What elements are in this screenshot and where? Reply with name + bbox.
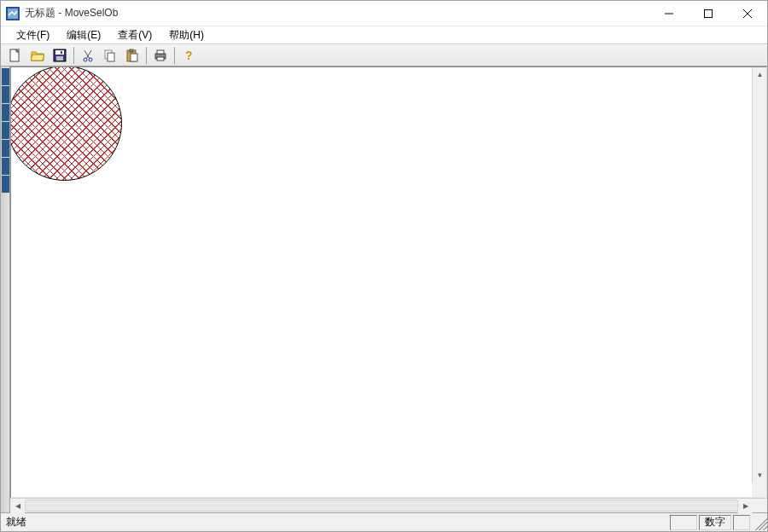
- cut-icon: [81, 49, 95, 62]
- scroll-corner: [752, 483, 766, 497]
- horizontal-scroll-track[interactable]: [25, 500, 738, 512]
- close-icon: [743, 9, 752, 18]
- menu-file[interactable]: 文件(F): [8, 26, 58, 44]
- paste-icon: [125, 49, 139, 62]
- copy-icon: [103, 49, 117, 62]
- dock-item[interactable]: [2, 68, 9, 85]
- toolbar-separator: [73, 47, 74, 64]
- dock-item[interactable]: [2, 86, 9, 103]
- svg-rect-11: [61, 51, 62, 54]
- open-button[interactable]: [27, 46, 48, 65]
- new-button[interactable]: [5, 46, 26, 65]
- svg-rect-3: [705, 9, 713, 17]
- close-button[interactable]: [728, 1, 767, 26]
- left-dock: [1, 66, 10, 512]
- window-title: 无标题 - MoveSelOb: [25, 6, 649, 20]
- title-bar: 无标题 - MoveSelOb: [1, 1, 767, 26]
- app-icon: [6, 7, 20, 20]
- dock-item[interactable]: [2, 140, 9, 157]
- menu-view[interactable]: 查看(V): [109, 26, 160, 44]
- canvas-wrap: ▲ ▼ ◀ ▶: [10, 66, 767, 512]
- canvas[interactable]: ▲ ▼: [10, 66, 767, 498]
- menu-edit[interactable]: 编辑(E): [58, 26, 109, 44]
- help-button[interactable]: ?: [178, 46, 199, 65]
- menu-bar: 文件(F) 编辑(E) 查看(V) 帮助(H): [1, 26, 767, 44]
- svg-rect-17: [108, 53, 114, 61]
- maximize-icon: [704, 9, 713, 18]
- svg-rect-23: [157, 57, 164, 61]
- status-bar: 就绪 数字: [1, 512, 767, 531]
- minimize-button[interactable]: [649, 1, 689, 26]
- dock-item[interactable]: [2, 122, 9, 139]
- dock-item[interactable]: [2, 158, 9, 175]
- dock-item[interactable]: [2, 104, 9, 121]
- copy-button[interactable]: [100, 46, 120, 65]
- toolbar: ?: [1, 44, 767, 66]
- vertical-scroll-track[interactable]: [753, 82, 766, 468]
- print-button[interactable]: [150, 46, 171, 65]
- main-area: ▲ ▼ ◀ ▶: [1, 66, 767, 512]
- dock-item[interactable]: [2, 176, 9, 193]
- scroll-down-button[interactable]: ▼: [753, 468, 767, 483]
- help-icon: ?: [182, 49, 195, 62]
- toolbar-separator: [174, 47, 175, 64]
- menu-help[interactable]: 帮助(H): [160, 26, 212, 44]
- scroll-right-button[interactable]: ▶: [738, 499, 753, 513]
- status-pane-numlock: 数字: [699, 515, 731, 530]
- print-icon: [154, 49, 167, 62]
- scroll-left-button[interactable]: ◀: [10, 499, 25, 513]
- window-controls: [649, 1, 767, 26]
- horizontal-scrollbar[interactable]: ◀ ▶: [10, 498, 767, 512]
- svg-point-15: [89, 58, 92, 61]
- status-ready: 就绪: [1, 515, 670, 529]
- svg-text:?: ?: [185, 49, 193, 62]
- svg-rect-10: [56, 56, 63, 61]
- toolbar-separator: [146, 47, 147, 64]
- svg-rect-19: [130, 49, 133, 52]
- status-pane-empty: [670, 515, 697, 530]
- resize-grip[interactable]: [752, 515, 767, 530]
- cut-button[interactable]: [78, 46, 98, 65]
- svg-point-14: [84, 58, 87, 61]
- scroll-up-button[interactable]: ▲: [753, 67, 767, 82]
- scroll-spacer: [753, 499, 767, 512]
- new-icon: [9, 49, 22, 62]
- svg-rect-20: [131, 54, 137, 61]
- status-pane-empty2: [733, 515, 750, 530]
- open-icon: [31, 49, 44, 62]
- save-button[interactable]: [49, 46, 70, 65]
- svg-rect-22: [157, 50, 164, 54]
- minimize-icon: [665, 9, 673, 18]
- hatched-circle-shape[interactable]: [10, 66, 122, 181]
- maximize-button[interactable]: [689, 1, 728, 26]
- vertical-scrollbar[interactable]: ▲ ▼: [752, 67, 766, 483]
- save-icon: [53, 49, 67, 62]
- svg-rect-9: [55, 50, 64, 55]
- paste-button[interactable]: [122, 46, 143, 65]
